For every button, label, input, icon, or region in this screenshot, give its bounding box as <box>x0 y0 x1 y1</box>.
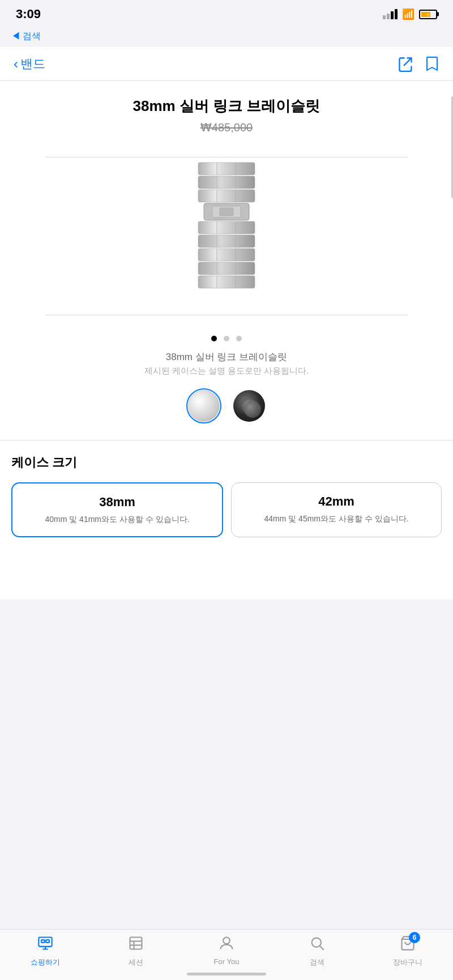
cart-badge-container: 6 <box>400 935 416 955</box>
svg-line-36 <box>320 946 323 949</box>
svg-rect-11 <box>220 208 233 216</box>
svg-rect-24 <box>198 276 255 288</box>
size-desc-38mm: 40mm 및 41mm와도 사용할 수 있습니다. <box>22 514 213 525</box>
svg-rect-15 <box>198 235 255 247</box>
wifi-icon: 📶 <box>402 8 414 20</box>
size-label-42mm: 42mm <box>241 494 432 509</box>
size-option-38mm[interactable]: 38mm 40mm 및 41mm와도 사용할 수 있습니다. <box>11 482 223 538</box>
tab-shop-label: 쇼핑하기 <box>31 957 60 968</box>
session-icon <box>128 935 144 955</box>
svg-point-34 <box>223 938 230 944</box>
dot-1[interactable] <box>211 336 217 341</box>
tab-cart-label: 장바구니 <box>393 957 422 968</box>
cart-badge: 6 <box>409 932 420 943</box>
svg-rect-3 <box>198 176 255 189</box>
svg-rect-12 <box>198 221 255 234</box>
color-option-dark[interactable] <box>233 390 265 422</box>
shop-icon <box>37 935 53 955</box>
foryou-icon <box>219 935 234 955</box>
tab-search-label: 검색 <box>310 957 324 968</box>
size-option-42mm[interactable]: 42mm 44mm 및 45mm와도 사용할 수 있습니다. <box>231 482 442 538</box>
band-back-label: 밴드 <box>20 55 45 72</box>
tab-shop[interactable]: 쇼핑하기 <box>0 935 91 968</box>
carousel-dots <box>0 336 453 341</box>
tab-session[interactable]: 세션 <box>91 935 181 968</box>
status-bar: 3:09 📶 ⚡ <box>0 0 453 28</box>
svg-rect-30 <box>130 938 142 949</box>
image-caption: 38mm 실버 링크 브레이슬릿 <box>0 350 453 363</box>
product-title: 38mm 실버 링크 브레이슬릿 <box>23 97 430 116</box>
size-label-38mm: 38mm <box>22 495 213 510</box>
size-options: 38mm 40mm 및 41mm와도 사용할 수 있습니다. 42mm 44mm… <box>11 482 442 538</box>
product-price: ₩485,000 <box>23 121 430 134</box>
back-button[interactable]: ‹ 밴드 <box>14 55 45 72</box>
main-content: 38mm 실버 링크 브레이슬릿 ₩485,000 <box>0 81 453 600</box>
dot-3[interactable] <box>236 336 242 341</box>
share-button[interactable] <box>398 56 413 72</box>
tab-search[interactable]: 검색 <box>272 935 362 968</box>
tab-session-label: 세션 <box>129 957 143 968</box>
product-header: 38mm 실버 링크 브레이슬릿 ₩485,000 <box>0 81 453 140</box>
size-desc-42mm: 44mm 및 45mm와도 사용할 수 있습니다. <box>241 513 432 525</box>
top-nav-bar: ‹ 밴드 <box>0 47 453 81</box>
battery-icon: ⚡ <box>419 10 437 19</box>
tab-cart[interactable]: 6 장바구니 <box>362 935 453 968</box>
svg-rect-21 <box>198 262 255 275</box>
image-line-top <box>45 157 408 157</box>
color-option-silver[interactable] <box>188 390 220 422</box>
tab-foryou-label: For You <box>214 957 240 966</box>
product-image-container <box>0 140 453 327</box>
case-size-title: 케이스 크기 <box>11 454 442 471</box>
chevron-left-icon: ‹ <box>14 56 18 72</box>
home-indicator <box>187 973 266 975</box>
status-icons: 📶 ⚡ <box>383 8 437 20</box>
case-size-section: 케이스 크기 38mm 40mm 및 41mm와도 사용할 수 있습니다. 42… <box>0 440 453 538</box>
search-icon <box>309 935 325 955</box>
signal-icon <box>383 9 398 19</box>
product-image <box>193 157 260 315</box>
nav-actions <box>398 56 439 72</box>
svg-rect-18 <box>198 249 255 261</box>
svg-rect-27 <box>39 938 52 947</box>
back-search-label: ◀ 검색 <box>11 31 41 42</box>
bookmark-button[interactable] <box>425 56 439 72</box>
svg-rect-0 <box>198 162 255 175</box>
image-line-bottom <box>45 315 408 315</box>
svg-rect-29 <box>46 940 49 943</box>
image-sub-caption: 제시된 케이스는 설명 용도로만 사용됩니다. <box>0 366 453 376</box>
svg-rect-28 <box>41 940 45 943</box>
tab-foryou[interactable]: For You <box>181 935 272 966</box>
svg-point-35 <box>312 938 321 947</box>
color-options <box>0 390 453 422</box>
dot-2[interactable] <box>224 336 229 341</box>
svg-rect-6 <box>198 190 255 202</box>
back-nav-search: ◀ 검색 <box>0 28 453 47</box>
status-time: 3:09 <box>16 7 41 22</box>
